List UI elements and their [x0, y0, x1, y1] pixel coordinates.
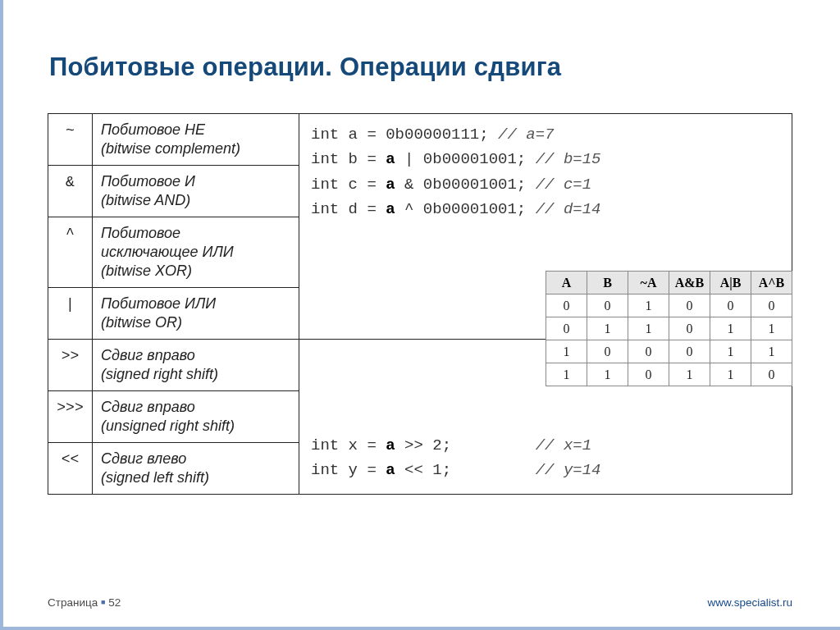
- op-sym: ~: [48, 114, 93, 166]
- table-row: ~ Побитовое НЕ (bitwise complement) int …: [48, 114, 792, 166]
- op-sym: >>>: [48, 391, 93, 443]
- footer-url: www.specialist.ru: [707, 596, 792, 609]
- footer: Страница ■ 52 www.specialist.ru: [48, 596, 792, 609]
- th: ~A: [628, 272, 669, 294]
- bullet-icon: ■: [101, 598, 105, 606]
- op-desc: Сдвиг вправо (unsigned right shift): [93, 391, 299, 443]
- table-row: 011011: [546, 317, 792, 340]
- th: B: [587, 272, 628, 294]
- slide: Побитовые операции. Операции сдвига ~ По…: [0, 0, 840, 630]
- op-sym: &: [48, 166, 93, 217]
- op-desc: Сдвиг влево (signed left shift): [93, 443, 299, 495]
- table-row: 100011: [546, 340, 792, 363]
- op-desc: Побитовое НЕ (bitwise complement): [93, 114, 299, 166]
- op-sym: >>: [48, 340, 93, 391]
- th: A|B: [710, 272, 751, 294]
- op-desc: Побитовое ИЛИ (bitwise OR): [93, 288, 299, 340]
- op-sym: |: [48, 288, 93, 340]
- op-desc: Побитовое И (bitwise AND): [93, 166, 299, 217]
- table-row: 110110: [546, 363, 792, 386]
- op-sym: <<: [48, 443, 93, 495]
- th: A: [546, 272, 587, 294]
- table-row: 001000: [546, 294, 792, 317]
- th: A&B: [669, 272, 710, 294]
- page-number: Страница ■ 52: [48, 596, 121, 609]
- th: A^B: [751, 272, 792, 294]
- truth-table: A B ~A A&B A|B A^B 001000 011011 100011 …: [546, 271, 792, 386]
- op-desc: Сдвиг вправо (signed right shift): [93, 340, 299, 391]
- border-left: [0, 0, 3, 630]
- page-title: Побитовые операции. Операции сдвига: [0, 0, 840, 82]
- border-bottom: [0, 627, 840, 630]
- op-sym: ^: [48, 217, 93, 288]
- op-desc: Побитовое исключающее ИЛИ (bitwise XOR): [93, 217, 299, 288]
